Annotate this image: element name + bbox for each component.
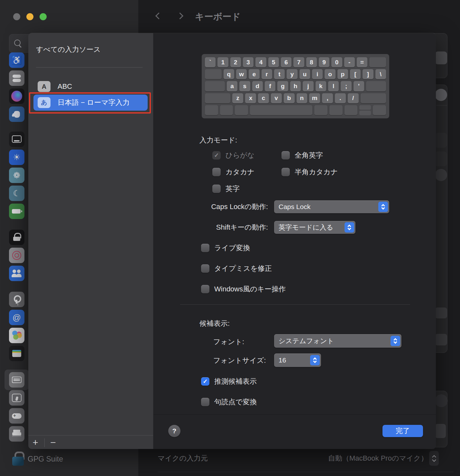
back-button[interactable] (155, 14, 162, 21)
checkbox-windows-like-shortcuts[interactable]: Windows風のキー操作 (201, 284, 286, 294)
users-groups-icon[interactable] (9, 266, 24, 281)
lock-screen-icon[interactable] (9, 230, 24, 245)
control-center-icon[interactable] (9, 70, 24, 86)
checkbox-box[interactable] (212, 185, 221, 193)
help-button[interactable]: ? (168, 425, 180, 437)
checkbox-correct-typos[interactable]: タイプミスを修正 (201, 264, 272, 273)
traffic-close[interactable] (13, 13, 20, 20)
checkbox-box[interactable] (201, 264, 209, 273)
key-j: j (303, 81, 313, 91)
candidate-font-select[interactable]: システムフォント (274, 334, 401, 348)
key-blank (345, 105, 358, 115)
internet-accounts-icon[interactable]: @ (9, 310, 24, 325)
sidebar-item-gpg-suite[interactable]: GPG Suite (11, 451, 63, 467)
occluded-control (435, 334, 447, 345)
key-a: a (227, 81, 237, 91)
checkbox-predictive-candidates[interactable]: ✓推測候補表示 (201, 377, 257, 386)
checkbox-label: 句読点で変換 (214, 397, 257, 407)
key-w: w (236, 69, 247, 79)
done-button[interactable]: 完了 (382, 425, 423, 437)
key-r: r (262, 69, 272, 79)
checkbox-box[interactable] (212, 168, 221, 176)
checkbox-box[interactable]: ✓ (201, 377, 209, 386)
passwords-icon[interactable] (9, 292, 24, 307)
wallpaper-icon[interactable]: ❁ (9, 168, 24, 183)
key-blank (250, 105, 312, 115)
checkbox-label: 推測候補表示 (214, 377, 257, 386)
screen-saver-icon[interactable]: ☾ (9, 186, 24, 201)
key-blank (205, 93, 230, 103)
checkbox-live-conversion[interactable]: ライブ変換 (201, 243, 250, 253)
mic-source-select[interactable] (429, 451, 439, 466)
key-m: m (309, 93, 320, 103)
trackpad-icon[interactable] (9, 390, 24, 406)
key-n: n (297, 93, 308, 103)
sheet-footer: ? 完了 (153, 414, 436, 449)
input-source-abc[interactable]: AABC (33, 78, 148, 95)
key-\: \ (375, 69, 386, 79)
input-source-japanese-romaji[interactable]: あ日本語 − ローマ字入力 (33, 95, 148, 111)
checkbox-box[interactable] (201, 398, 209, 406)
key-/: / (348, 93, 359, 103)
input-sources-sheet: すべての入力ソース AABCあ日本語 − ローマ字入力 + − `1234567… (28, 33, 436, 449)
key-blank (366, 81, 386, 91)
key-,: , (322, 93, 333, 103)
shift-key-behavior-select[interactable]: 英字モードに入る (274, 221, 355, 234)
checkbox-label: ひらがな (225, 151, 254, 160)
input-source-badge: A (38, 81, 51, 92)
wallet-icon[interactable] (9, 346, 24, 361)
search-icon (14, 39, 23, 48)
wallpaper-glyph: ❁ (13, 170, 20, 180)
key-q: q (224, 69, 234, 79)
occluded-control (435, 133, 447, 148)
occluded-control (435, 169, 447, 181)
candidate-font-size-select[interactable]: 16 (274, 353, 321, 367)
displays-glyph: ☀ (13, 152, 20, 162)
touch-id-icon[interactable] (9, 248, 24, 263)
screen-saver-glyph: ☾ (13, 188, 20, 198)
popup-stepper-icon (345, 222, 354, 233)
keyboard-icon[interactable] (9, 372, 24, 388)
divider (28, 435, 153, 435)
checkbox-box[interactable] (201, 285, 209, 293)
keyboard-row: asdfghjkl;' (205, 81, 386, 91)
checkbox-box[interactable] (201, 244, 209, 252)
input-mode-label: 入力モード: (199, 135, 237, 145)
displays-icon[interactable]: ☀ (9, 150, 24, 165)
checkbox-hankaku-katakana[interactable]: 半角カタカナ (281, 167, 338, 177)
checkbox-zenkaku-eiji[interactable]: 全角英字 (281, 151, 323, 160)
checkbox-box[interactable] (281, 151, 290, 160)
mic-source-label: マイクの入力元 (158, 453, 208, 463)
battery-icon[interactable] (9, 204, 24, 219)
key-l: l (328, 81, 339, 91)
checkbox-label: カタカナ (225, 167, 254, 177)
forward-button[interactable] (178, 14, 185, 21)
siri-icon[interactable] (9, 88, 24, 104)
remove-input-source-button[interactable]: − (46, 436, 60, 449)
checkbox-convert-on-punctuation[interactable]: 句読点で変換 (201, 397, 257, 407)
game-center-icon[interactable] (9, 328, 24, 343)
privacy-hand-icon[interactable] (9, 106, 24, 122)
checkbox-label: タイプミスを修正 (214, 264, 272, 273)
printers-icon[interactable] (9, 426, 24, 442)
game-controller-icon[interactable] (9, 408, 24, 424)
desktop-dock-icon[interactable] (9, 132, 24, 147)
key-z: z (232, 93, 243, 103)
candidate-display-label: 候補表示: (199, 319, 230, 328)
key-;: ; (341, 81, 351, 91)
input-source-label: ABC (58, 82, 72, 91)
divider (44, 438, 45, 447)
checkbox-box[interactable] (281, 168, 290, 176)
checkmark-icon: ✓ (214, 152, 219, 158)
checkbox-eiji[interactable]: 英字 (212, 184, 240, 194)
accessibility-icon[interactable]: ♿ (9, 52, 24, 68)
key-3: 3 (243, 57, 253, 67)
checkbox-katakana[interactable]: カタカナ (212, 167, 254, 177)
key-=: = (357, 57, 367, 67)
key-k: k (316, 81, 326, 91)
key-blank (329, 105, 343, 115)
traffic-minimize[interactable] (26, 13, 33, 20)
caps-lock-behavior-select[interactable]: Caps Lock (274, 200, 389, 213)
add-input-source-button[interactable]: + (28, 436, 42, 449)
traffic-zoom[interactable] (40, 13, 47, 20)
